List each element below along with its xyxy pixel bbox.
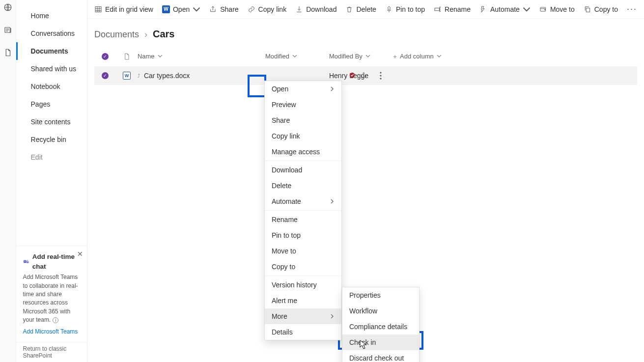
rename-icon: [434, 5, 442, 13]
cmd-move-label: Move to: [550, 5, 575, 13]
sidebar-item-notebook[interactable]: Notebook: [16, 78, 87, 95]
table-header: ✓ Name Modified Modified By +Add column: [94, 47, 637, 66]
cmd-copy-link[interactable]: Copy link: [248, 5, 287, 13]
cmd-automate[interactable]: Automate: [479, 5, 531, 13]
svg-point-13: [380, 78, 381, 79]
ctx-copyto[interactable]: Copy to: [265, 259, 341, 275]
sidebar-item-recyclebin[interactable]: Recycle bin: [16, 131, 87, 148]
ctx-rename[interactable]: Rename: [265, 212, 341, 227]
sidebar-item-documents[interactable]: Documents: [16, 42, 87, 60]
promo-title: T Add real-time chat: [23, 252, 80, 271]
ctx-more[interactable]: More: [265, 308, 341, 324]
ctx-copylink[interactable]: Copy link: [265, 128, 341, 144]
cmd-copy[interactable]: Copy to: [584, 5, 618, 13]
link-icon: [248, 5, 255, 13]
table-row[interactable]: ✓ W ⤴ Car types.docx Henry Legge: [94, 66, 637, 85]
cmd-download[interactable]: Download: [295, 5, 336, 13]
col-modified[interactable]: Modified: [265, 53, 329, 60]
svg-rect-9: [586, 8, 589, 12]
promo-title-text: Add real-time chat: [32, 252, 80, 271]
select-all[interactable]: ✓: [94, 53, 116, 60]
ctx-versionhistory[interactable]: Version history: [265, 277, 341, 293]
row-more-button[interactable]: [372, 68, 389, 84]
sidebar-item-edit[interactable]: Edit: [16, 148, 87, 166]
promo-link[interactable]: Add Microsoft Teams: [23, 328, 78, 336]
cmd-share[interactable]: Share: [209, 5, 238, 13]
cmd-move[interactable]: Move to: [539, 5, 575, 13]
svg-point-4: [27, 260, 28, 261]
info-icon[interactable]: i: [53, 317, 58, 323]
close-icon[interactable]: ✕: [77, 249, 83, 259]
sidebar-item-sitecontents[interactable]: Site contents: [16, 113, 87, 131]
row-checked-icon[interactable]: ✓: [102, 72, 109, 79]
sidebar-item-shared[interactable]: Shared with us: [16, 60, 87, 78]
col-modified-label: Modified: [265, 53, 289, 60]
col-name[interactable]: Name: [138, 53, 265, 60]
checked-out-icon: [349, 72, 356, 80]
sub-workflow[interactable]: Workflow: [342, 303, 419, 319]
ctx-open[interactable]: Open: [265, 81, 341, 97]
cmd-rename-label: Rename: [445, 5, 471, 13]
sidebar-item-home[interactable]: Home: [16, 7, 87, 25]
file-icon[interactable]: [3, 48, 12, 57]
sub-discard[interactable]: Discard check out: [342, 350, 419, 362]
ctx-separator: [265, 161, 341, 161]
col-add[interactable]: +Add column: [393, 53, 462, 60]
sub-checkin[interactable]: Check in: [342, 334, 419, 350]
file-icon: [123, 53, 131, 60]
news-icon[interactable]: [3, 26, 12, 34]
file-name[interactable]: Car types.docx: [144, 72, 190, 80]
globe-icon[interactable]: [3, 3, 12, 12]
cmd-more[interactable]: ···: [627, 4, 637, 14]
plus-icon: +: [393, 53, 397, 60]
ctx-delete[interactable]: Delete: [265, 178, 341, 194]
ctx-share[interactable]: Share: [265, 112, 341, 128]
promo-body: Add Microsoft Teams to collaborate in re…: [23, 273, 80, 324]
ctx-automate[interactable]: Automate: [265, 194, 341, 209]
svg-point-11: [380, 72, 381, 73]
col-modifiedby-label: Modified By: [329, 53, 363, 60]
share-icon: [209, 5, 217, 13]
copy-icon: [584, 5, 591, 13]
cmd-rename[interactable]: Rename: [434, 5, 471, 13]
sidebar-nav: Home Conversations Documents Shared with…: [16, 0, 87, 246]
cmd-copy-label: Copy to: [594, 5, 618, 13]
sidebar-item-pages[interactable]: Pages: [16, 95, 87, 113]
grid-icon: [94, 5, 102, 13]
svg-text:T: T: [24, 260, 26, 263]
sub-compliance[interactable]: Compliance details: [342, 319, 419, 334]
ctx-preview[interactable]: Preview: [265, 97, 341, 112]
teams-icon: T: [23, 258, 29, 266]
cmd-edit-grid[interactable]: Edit in grid view: [94, 5, 153, 13]
cmd-delete[interactable]: Delete: [345, 5, 376, 13]
cmd-open-label: Open: [173, 5, 190, 13]
file-list: ✓ Name Modified Modified By +Add column …: [94, 47, 637, 85]
ctx-details[interactable]: Details: [265, 324, 341, 340]
breadcrumb-parent[interactable]: Documents: [94, 29, 139, 39]
ctx-download[interactable]: Download: [265, 162, 341, 178]
col-modified-by[interactable]: Modified By: [329, 53, 393, 60]
svg-rect-6: [95, 6, 101, 12]
svg-rect-5: [27, 261, 28, 263]
row-share-icon[interactable]: [361, 72, 367, 80]
ctx-alertme[interactable]: Alert me: [265, 293, 341, 308]
cmd-download-label: Download: [306, 5, 336, 13]
cmd-open[interactable]: W Open: [162, 5, 200, 13]
pin-icon: [385, 5, 393, 13]
main-area: Edit in grid view W Open Share Copy link…: [87, 0, 644, 362]
ctx-separator: [265, 210, 341, 211]
cmd-pin[interactable]: Pin to top: [385, 5, 425, 13]
chevron-down-icon: [193, 5, 200, 13]
row-actions: [349, 68, 389, 84]
sub-properties[interactable]: Properties: [342, 287, 419, 303]
trash-icon: [345, 5, 353, 13]
breadcrumb: Documents › Cars: [87, 19, 644, 45]
ctx-pin[interactable]: Pin to top: [265, 227, 341, 243]
ctx-separator: [265, 276, 341, 276]
sidebar-item-conversations[interactable]: Conversations: [16, 25, 87, 42]
ctx-moveto[interactable]: Move to: [265, 243, 341, 259]
classic-link[interactable]: Return to classic SharePoint: [16, 342, 87, 362]
breadcrumb-current: Cars: [153, 28, 174, 39]
cmd-delete-label: Delete: [356, 5, 376, 13]
ctx-manageaccess[interactable]: Manage access: [265, 144, 341, 160]
